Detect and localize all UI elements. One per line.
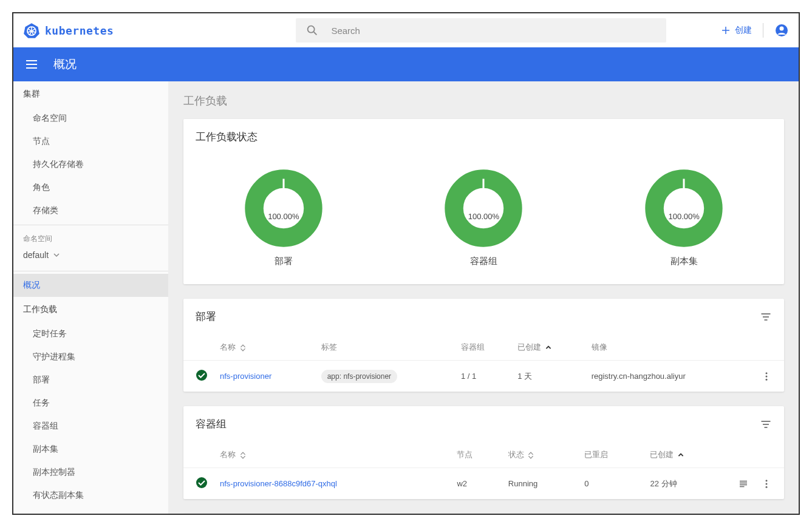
svg-point-14 (780, 27, 784, 31)
sort-up-icon (545, 344, 552, 352)
sidebar-item-pv[interactable]: 持久化存储卷 (13, 153, 168, 176)
table-row: nfs-provisioner app: nfs-provisioner 1 /… (183, 361, 784, 392)
status-ok-icon (196, 369, 208, 381)
pods-card: 容器组 名称 节点 状态 已重启 已创建 (183, 406, 784, 499)
sidebar-item-storageclass[interactable]: 存储类 (13, 199, 168, 222)
status-card: 工作负载状态 100.00% 部署 100.00% 容器组 100.00% 副本… (183, 119, 784, 284)
donut-deployments: 100.00% 部署 (245, 169, 322, 267)
namespace-label: 命名空间 (13, 228, 168, 246)
brand-text: kubernetes (45, 24, 114, 37)
sort-up-icon (677, 452, 684, 459)
deployment-name-link[interactable]: nfs-provisioner (220, 372, 271, 381)
donut-percent: 100.00% (668, 211, 699, 220)
donut-percent: 100.00% (268, 211, 299, 220)
sidebar-divider (13, 225, 168, 225)
logs-icon[interactable] (738, 478, 749, 489)
pod-name-link[interactable]: nfs-provisioner-8688c9fd67-qxhql (220, 479, 337, 488)
sidebar-item-cronjobs[interactable]: 定时任务 (13, 322, 168, 345)
sidebar-item-rc[interactable]: 副本控制器 (13, 461, 168, 484)
filter-icon[interactable] (760, 311, 772, 323)
chevron-down-icon (53, 252, 60, 258)
sidebar-section-cluster[interactable]: 集群 (13, 81, 168, 107)
col-status[interactable]: 状态 (502, 442, 578, 468)
kubernetes-logo-icon (23, 22, 40, 39)
donut-replicasets: 100.00% 副本集 (645, 169, 723, 267)
sidebar-section-workloads[interactable]: 工作负载 (13, 297, 168, 322)
action-bar: 概况 (13, 47, 799, 81)
col-name[interactable]: 名称 (214, 442, 451, 468)
sidebar-item-deployments[interactable]: 部署 (13, 369, 168, 392)
svg-point-34 (196, 477, 207, 488)
sort-icon (239, 344, 247, 352)
col-node: 节点 (451, 442, 502, 468)
table-row: nfs-provisioner-8688c9fd67-qxhql w2 Runn… (183, 468, 784, 500)
svg-line-10 (314, 32, 317, 35)
donut-caption: 部署 (275, 256, 293, 267)
sidebar-divider (13, 271, 168, 271)
col-created[interactable]: 已创建 (511, 335, 585, 361)
search-box[interactable] (296, 18, 666, 42)
donut-pods: 100.00% 容器组 (445, 169, 522, 267)
svg-point-40 (766, 483, 768, 484)
filter-icon[interactable] (760, 418, 772, 430)
cell-image: registry.cn-hangzhou.aliyur (585, 361, 754, 392)
svg-point-9 (308, 26, 315, 33)
sidebar-item-nodes[interactable]: 节点 (13, 130, 168, 153)
search-input[interactable] (331, 25, 657, 36)
donut-caption: 容器组 (470, 256, 497, 267)
deployments-card: 部署 名称 标签 容器组 已创建 镜像 (183, 299, 784, 392)
sidebar-item-roles[interactable]: 角色 (13, 176, 168, 199)
status-card-title: 工作负载状态 (196, 130, 258, 144)
namespace-select[interactable]: default (13, 246, 168, 268)
svg-point-39 (766, 480, 768, 481)
label-chip: app: nfs-provisioner (321, 370, 397, 383)
page-breadcrumb: 概况 (53, 56, 77, 72)
namespace-selected: default (23, 250, 49, 260)
more-icon[interactable] (761, 478, 772, 489)
pods-table: 名称 节点 状态 已重启 已创建 nfs-provisioner-8688c9f… (183, 442, 784, 499)
sidebar-item-replicasets[interactable]: 副本集 (13, 438, 168, 461)
cell-pods: 1 / 1 (455, 361, 511, 392)
svg-point-41 (766, 486, 768, 488)
sidebar-item-jobs[interactable]: 任务 (13, 392, 168, 415)
more-icon[interactable] (761, 371, 772, 382)
cell-status: Running (502, 468, 578, 500)
col-labels: 标签 (315, 335, 455, 361)
cell-created: 22 分钟 (644, 468, 729, 500)
col-created[interactable]: 已创建 (644, 442, 729, 468)
divider (763, 23, 763, 38)
col-pods: 容器组 (455, 335, 511, 361)
svg-point-27 (196, 370, 207, 381)
status-ok-icon (196, 477, 208, 489)
cell-created: 1 天 (511, 361, 585, 392)
account-icon[interactable] (774, 23, 789, 38)
sidebar-section-discovery[interactable]: 服务发现与负载均衡 (13, 507, 168, 514)
sidebar-item-statefulsets[interactable]: 有状态副本集 (13, 484, 168, 507)
sidebar-item-pods[interactable]: 容器组 (13, 415, 168, 438)
svg-point-29 (766, 375, 768, 377)
search-icon (305, 24, 319, 37)
create-button[interactable]: 创建 (720, 25, 752, 36)
topbar: kubernetes 创建 (13, 13, 799, 47)
logo[interactable]: kubernetes (23, 22, 114, 39)
main-content: 工作负载 工作负载状态 100.00% 部署 100.00% 容器组 100.0… (169, 81, 799, 514)
cell-node: w2 (451, 468, 502, 500)
page-title: 工作负载 (183, 81, 784, 119)
sidebar-item-namespaces[interactable]: 命名空间 (13, 107, 168, 130)
sort-icon (527, 452, 534, 459)
menu-icon[interactable] (24, 57, 39, 72)
cell-restarts: 0 (578, 468, 644, 500)
sidebar: 集群 命名空间 节点 持久化存储卷 角色 存储类 命名空间 default 概况… (13, 81, 169, 514)
donut-caption: 副本集 (670, 256, 698, 267)
create-label: 创建 (735, 25, 752, 36)
col-images: 镜像 (585, 335, 754, 361)
svg-point-30 (766, 378, 768, 380)
donut-percent: 100.00% (468, 211, 499, 220)
deployments-table: 名称 标签 容器组 已创建 镜像 nfs-provisioner app: nf… (183, 335, 784, 392)
sidebar-item-overview[interactable]: 概况 (13, 274, 168, 297)
deployments-title: 部署 (196, 310, 216, 324)
sort-icon (239, 452, 247, 459)
pods-title: 容器组 (196, 417, 227, 431)
col-name[interactable]: 名称 (214, 335, 315, 361)
sidebar-item-daemonsets[interactable]: 守护进程集 (13, 345, 168, 369)
